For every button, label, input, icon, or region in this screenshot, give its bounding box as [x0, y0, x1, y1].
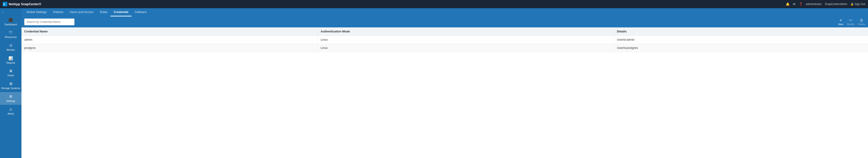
cell-credential-name: admin — [22, 36, 318, 44]
toolbar-left — [24, 19, 74, 25]
signout-label[interactable]: 🔒 Sign Out — [850, 2, 865, 6]
sidebar-item-label: Storage Systems — [1, 87, 20, 90]
tab-users-and-access[interactable]: Users and Access — [66, 8, 97, 17]
sidebar: ‹ ⬛ Dashboard 🛡 Resources ⊙ Monitor 📊 Re… — [0, 8, 22, 158]
new-icon: + — [840, 18, 842, 22]
modify-icon: ✏ — [849, 18, 852, 22]
sidebar-item-storage-systems[interactable]: ⊞ Storage Systems — [0, 79, 22, 92]
cell-auth-mode: Linux — [318, 44, 614, 52]
signout-icon: 🔒 — [850, 2, 854, 6]
help-icon[interactable]: ❓ — [799, 2, 803, 6]
table-row[interactable]: adminLinuxUserId:admin — [22, 36, 868, 44]
monitor-icon: ⊙ — [9, 43, 12, 48]
user-label[interactable]: administrator — [806, 2, 822, 6]
topbar-left: N NetApp SnapCenter® — [3, 2, 41, 6]
delete-button[interactable]: 🗑 Delete — [858, 18, 865, 26]
toolbar: + New ✏ Modify 🗑 Delete — [22, 17, 868, 27]
alerts-icon: ⚠ — [9, 107, 12, 112]
table-area: Credential Name Authentication Mode Deta… — [22, 27, 868, 158]
table-header-row: Credential Name Authentication Mode Deta… — [22, 27, 868, 36]
table-row[interactable]: postgresLinuxUserId:postgres — [22, 44, 868, 52]
tab-credential[interactable]: Credential — [111, 8, 131, 17]
tab-policies[interactable]: Policies — [50, 8, 66, 17]
hosts-icon: 🖥 — [9, 69, 12, 73]
cell-credential-name: postgres — [22, 44, 318, 52]
netapp-logo-icon: N — [3, 2, 7, 6]
sidebar-item-settings[interactable]: ⚙ Settings — [0, 92, 22, 105]
tab-roles[interactable]: Roles — [97, 8, 111, 17]
sidebar-item-label: Settings — [6, 99, 15, 102]
sidebar-item-hosts[interactable]: 🖥 Hosts — [0, 67, 22, 79]
topbar-logo: N NetApp SnapCenter® — [3, 2, 41, 6]
subnav: Global Settings Policies Users and Acces… — [22, 8, 868, 17]
mail-icon[interactable]: ✉ — [793, 2, 796, 6]
delete-icon: 🗑 — [860, 18, 864, 22]
sidebar-item-resources[interactable]: 🛡 Resources — [0, 28, 22, 41]
tab-software[interactable]: Software — [131, 8, 150, 17]
new-label: New — [838, 23, 843, 26]
sidebar-item-label: Reports — [6, 61, 15, 64]
sidebar-item-dashboard[interactable]: ⬛ Dashboard — [0, 15, 22, 28]
sidebar-item-label: Hosts — [7, 74, 14, 77]
sidebar-item-label: Resources — [5, 36, 17, 39]
admin-label[interactable]: SnapCenterAdmin — [825, 2, 847, 6]
cell-details: UserId:admin — [614, 36, 868, 44]
cell-auth-mode: Linux — [318, 36, 614, 44]
page-content: + New ✏ Modify 🗑 Delete — [22, 17, 868, 158]
cell-details: UserId:postgres — [614, 44, 868, 52]
sidebar-item-label: Alerts — [7, 112, 14, 115]
new-button[interactable]: + New — [838, 18, 843, 26]
delete-label: Delete — [858, 23, 865, 26]
modify-button[interactable]: ✏ Modify — [847, 18, 854, 26]
app-title: NetApp SnapCenter® — [9, 2, 41, 6]
main-layout: ‹ ⬛ Dashboard 🛡 Resources ⊙ Monitor 📊 Re… — [0, 8, 868, 158]
storage-icon: ⊞ — [9, 82, 12, 86]
reports-icon: 📊 — [8, 56, 13, 61]
sidebar-collapse-button[interactable]: ‹ — [0, 9, 22, 15]
tab-global-settings[interactable]: Global Settings — [23, 8, 50, 17]
collapse-icon: ‹ — [2, 11, 3, 14]
sidebar-item-reports[interactable]: 📊 Reports — [0, 54, 22, 67]
modify-label: Modify — [847, 23, 854, 26]
sidebar-item-label: Monitor — [7, 49, 15, 51]
column-header-credential-name: Credential Name — [22, 27, 318, 36]
content-area: Global Settings Policies Users and Acces… — [22, 8, 868, 158]
sidebar-item-alerts[interactable]: ⚠ Alerts — [0, 105, 22, 118]
column-header-auth-mode: Authentication Mode — [318, 27, 614, 36]
sidebar-item-monitor[interactable]: ⊙ Monitor — [0, 41, 22, 54]
topbar: N NetApp SnapCenter® 🔔 ✉ ❓ administrator… — [0, 0, 868, 8]
svg-text:N: N — [3, 3, 5, 6]
settings-icon: ⚙ — [9, 94, 12, 99]
sidebar-item-label: Dashboard — [5, 23, 17, 26]
resources-icon: 🛡 — [9, 31, 12, 35]
notification-icon[interactable]: 🔔 — [786, 2, 789, 6]
credentials-table: Credential Name Authentication Mode Deta… — [22, 27, 868, 52]
column-header-details: Details — [614, 27, 868, 36]
topbar-right: 🔔 ✉ ❓ administrator SnapCenterAdmin 🔒 Si… — [786, 2, 865, 6]
search-input[interactable] — [24, 19, 74, 25]
toolbar-right: + New ✏ Modify 🗑 Delete — [838, 18, 865, 26]
dashboard-icon: ⬛ — [8, 18, 13, 22]
